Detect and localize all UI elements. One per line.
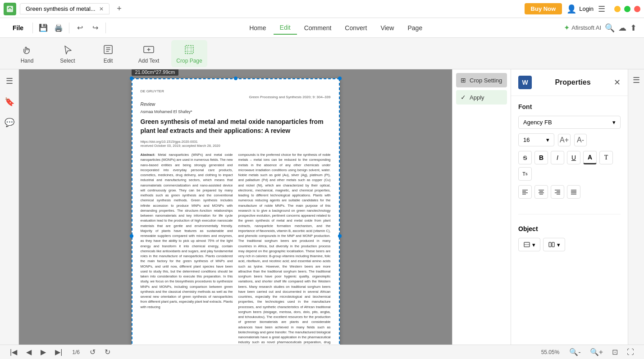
font-family-chevron: ▾: [612, 119, 616, 126]
crop-handle-mr[interactable]: [338, 234, 342, 238]
nav-last-button[interactable]: ▶|: [52, 347, 65, 357]
buy-now-button[interactable]: Buy Now: [525, 3, 562, 14]
crop-handle-tc[interactable]: [234, 77, 238, 80]
crop-setting-button[interactable]: ⊞ Crop Setting: [456, 73, 507, 87]
align-right-button[interactable]: [551, 185, 564, 199]
save-icon[interactable]: 💾: [37, 21, 50, 35]
pdf-col-right: compounds is the preferred choice for th…: [238, 152, 331, 345]
fullscreen-button[interactable]: ⛶: [624, 347, 637, 357]
cloud-icon[interactable]: ☁: [618, 23, 626, 33]
rotate-left-button[interactable]: ↺: [87, 347, 98, 357]
menu-comment[interactable]: Comment: [298, 22, 338, 34]
font-size-value: 16: [523, 136, 530, 143]
menu-page[interactable]: Page: [401, 22, 429, 34]
zoom-out-button[interactable]: 🔍-: [566, 347, 583, 357]
prop-divider: [518, 214, 621, 214]
menu-view[interactable]: View: [374, 22, 400, 34]
maximize-button[interactable]: [624, 6, 630, 12]
pdf-publisher: DE GRUYTER: [141, 89, 331, 93]
hamburger-icon[interactable]: ☰: [598, 4, 605, 14]
tab-close-button[interactable]: ✕: [99, 6, 104, 12]
font-size-row: 16 ▾ A+ A-: [518, 133, 621, 146]
menu-bar: File 💾 🖨️ ↩ ↪ Home Edit Comment Convert …: [0, 18, 644, 38]
print-icon[interactable]: 🖨️: [52, 21, 65, 35]
pdf-area[interactable]: 21.00cm*27.99cm DE GRUYTER Green Process…: [19, 69, 452, 345]
font-size-dropdown[interactable]: 16 ▾: [518, 133, 554, 146]
font-size-decrease-button[interactable]: A-: [574, 134, 587, 146]
align-left-button[interactable]: [518, 185, 532, 199]
nav-next-button[interactable]: ▶: [38, 347, 49, 357]
rotate-right-button[interactable]: ↻: [102, 347, 113, 357]
fit-page-button[interactable]: ⊡: [609, 347, 621, 357]
pdf-authors: Asmaa Mohamed El Shafey*: [141, 109, 331, 114]
format-buttons-row: S B I U A T Ts: [518, 151, 621, 181]
crop-handle-ml[interactable]: [130, 234, 133, 238]
bold-button[interactable]: B: [534, 151, 548, 164]
crop-handle-tl[interactable]: [130, 77, 133, 80]
ai-button[interactable]: ✦ Afirstsoft AI: [564, 23, 601, 32]
pdf-page: 21.00cm*27.99cm DE GRUYTER Green Process…: [132, 78, 340, 345]
object-distribute-dropdown[interactable]: ▾: [543, 238, 565, 251]
pdf-section: Review: [141, 102, 331, 107]
object-align-dropdown[interactable]: ▾: [518, 238, 540, 251]
italic-button[interactable]: I: [551, 151, 564, 164]
hand-label: Hand: [21, 58, 34, 64]
select-tool-button[interactable]: Select: [50, 40, 86, 67]
hand-tool-button[interactable]: Hand: [9, 40, 45, 67]
sidebar-comment-icon[interactable]: 💬: [2, 115, 17, 130]
superscript-button[interactable]: Ts: [518, 167, 532, 181]
align-justify-button[interactable]: [567, 185, 580, 199]
right-sidebar-lines-icon[interactable]: ☰: [630, 74, 643, 86]
crop-handle-tr[interactable]: [338, 77, 342, 80]
properties-close-button[interactable]: ✕: [614, 77, 621, 87]
undo-icon[interactable]: ↩: [73, 21, 87, 35]
sidebar-bookmark-icon[interactable]: 🔖: [2, 95, 17, 109]
font-size-increase-button[interactable]: A+: [558, 134, 571, 146]
align-center-button[interactable]: [534, 185, 548, 199]
search-icon[interactable]: 🔍: [605, 23, 615, 33]
svg-rect-22: [549, 242, 551, 247]
sidebar-pages-icon[interactable]: ☰: [2, 74, 17, 88]
pdf-content-columns: Abstract: Metal nanoparticles (MNPs) and…: [141, 152, 331, 345]
new-tab-button[interactable]: +: [113, 3, 126, 15]
pdf-abstract: Abstract: Metal nanoparticles (MNPs) and…: [141, 152, 233, 309]
add-text-label: Add Text: [138, 58, 159, 64]
title-bar-left: Green synthesis of metal... ✕ +: [4, 3, 525, 15]
apply-icon: ✓: [461, 94, 466, 101]
edit-tool-button[interactable]: Edit: [90, 40, 126, 67]
nav-first-button[interactable]: |◀: [7, 347, 20, 357]
add-text-tool-button[interactable]: Add Text: [131, 40, 167, 67]
right-sidebar: ☰: [628, 69, 644, 345]
align-buttons-row: [518, 185, 621, 199]
menu-home[interactable]: Home: [243, 22, 272, 34]
bottom-bar: |◀ ◀ ▶ ▶| 1/6 ↺ ↻ 55.05% 🔍- 🔍+ ⊡ ⛶: [0, 345, 644, 359]
main-area: ☰ 🔖 💬 21.00cm*27.99cm DE GRUYTER Green P…: [0, 69, 644, 345]
crop-page-label: Crop Page: [176, 58, 202, 64]
select-label: Select: [60, 58, 75, 64]
app-icon: [4, 3, 16, 15]
menu-file[interactable]: File: [7, 22, 29, 34]
crop-page-tool-button[interactable]: Crop Page: [171, 40, 207, 67]
menu-edit[interactable]: Edit: [274, 21, 297, 35]
font-family-dropdown[interactable]: Agency FB ▾: [518, 116, 621, 129]
left-sidebar: ☰ 🔖 💬: [0, 69, 19, 345]
menu-convert[interactable]: Convert: [338, 22, 373, 34]
underline-button[interactable]: U: [567, 151, 580, 164]
document-tab[interactable]: Green synthesis of metal... ✕: [20, 3, 110, 14]
menu-left: File 💾 🖨️ ↩ ↪: [7, 21, 108, 35]
svg-rect-3: [185, 45, 193, 54]
collapse-icon[interactable]: ⬆: [630, 23, 637, 33]
close-button[interactable]: [634, 6, 640, 12]
apply-button[interactable]: ✓ Apply: [456, 90, 507, 105]
strikethrough-button[interactable]: S: [518, 151, 532, 164]
redo-icon[interactable]: ↪: [88, 21, 102, 35]
zoom-in-button[interactable]: 🔍+: [587, 347, 606, 357]
minimize-button[interactable]: [614, 6, 621, 12]
text-style-button[interactable]: T: [599, 151, 613, 164]
pdf-title: Green synthesis of metal and metal oxide…: [141, 118, 331, 135]
font-color-button[interactable]: A: [583, 151, 597, 164]
word-icon: W: [518, 76, 532, 89]
crop-size-label: 21.00cm*27.99cm: [132, 69, 179, 76]
login-button[interactable]: 👤 Login: [566, 4, 594, 14]
nav-prev-button[interactable]: ◀: [23, 347, 34, 357]
